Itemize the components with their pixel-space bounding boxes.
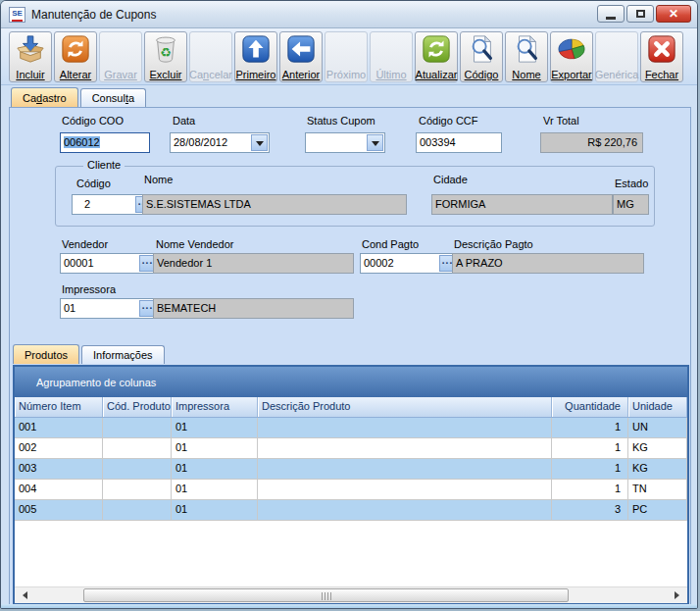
- nome-search-button[interactable]: Nome: [505, 31, 548, 82]
- status-cupom-label: Status Cupom: [307, 115, 375, 127]
- button-label: Exportar: [551, 69, 592, 80]
- cell: KG: [628, 438, 687, 458]
- descricao-pagto-label: Descrição Pagto: [454, 238, 533, 250]
- tab-informacoes[interactable]: Informações: [81, 345, 165, 364]
- svg-text:♻: ♻: [160, 45, 172, 60]
- proximo-button: Próximo: [325, 31, 368, 82]
- tab-produtos[interactable]: Produtos: [13, 344, 79, 364]
- tab-cadastro[interactable]: Cadastro: [11, 87, 78, 107]
- cell: [103, 418, 172, 437]
- table-row[interactable]: 004 01 1 TN: [15, 480, 687, 500]
- cliente-legend: Cliente: [83, 159, 125, 171]
- table-row[interactable]: 005 01 3 PC: [15, 500, 687, 521]
- descricao-pagto-field: A PRAZO: [452, 253, 644, 274]
- table-row[interactable]: 002 01 1 KG: [15, 438, 687, 459]
- column-header-quantidade[interactable]: Quantidade: [552, 397, 628, 417]
- triangle-right-icon: [675, 591, 683, 599]
- atualizar-button[interactable]: Atualizar: [415, 31, 458, 82]
- cidade-label: Cidade: [433, 174, 468, 185]
- chevron-down-icon: [372, 141, 379, 150]
- cond-pagto-input[interactable]: 00002 ...: [360, 253, 458, 274]
- main-tab-bar: CadastroConsulta: [11, 87, 148, 108]
- anterior-button[interactable]: Anterior: [279, 31, 323, 82]
- nome-vendedor-field: Vendedor 1: [153, 253, 354, 274]
- button-label: Incluir: [16, 69, 44, 80]
- column-header-impressora[interactable]: Impressora: [172, 397, 258, 417]
- close-x-icon: [647, 34, 676, 64]
- button-label: Anterior: [282, 69, 321, 80]
- column-header-descricao-produto[interactable]: Descrição Produto: [258, 397, 552, 417]
- cell: 01: [172, 438, 258, 458]
- chevron-down-icon: [256, 141, 264, 150]
- impressora-label: Impressora: [62, 283, 116, 295]
- fechar-button[interactable]: Fechar: [640, 31, 683, 82]
- estado-field: MG: [613, 194, 649, 215]
- vendedor-input[interactable]: 00001 ...: [60, 253, 158, 274]
- codigo-coo-input[interactable]: 006012: [60, 132, 150, 153]
- horizontal-scrollbar[interactable]: [15, 586, 687, 603]
- maximize-icon: [636, 10, 645, 18]
- alterar-button[interactable]: Alterar: [54, 31, 97, 82]
- scrollbar-thumb[interactable]: [83, 588, 569, 602]
- codigo-ccf-input[interactable]: 003394: [416, 132, 502, 153]
- cell: 1: [552, 480, 628, 499]
- scroll-left-button[interactable]: [15, 587, 31, 603]
- button-label: Alterar: [60, 69, 91, 80]
- cell: 1: [552, 459, 628, 479]
- pie-chart-icon: [557, 34, 586, 64]
- button-label: Atualizar: [416, 69, 458, 80]
- app-logo-icon: SE: [9, 7, 25, 23]
- ultimo-button: Último: [370, 31, 413, 82]
- data-combobox[interactable]: 28/08/2012: [170, 132, 270, 153]
- close-icon: ✕: [669, 8, 678, 20]
- codigo-coo-label: Código COO: [62, 115, 124, 127]
- triangle-left-icon: [19, 591, 27, 599]
- grid-header-row: Número Item Cód. Produto Impressora Desc…: [15, 397, 687, 418]
- column-header-unidade[interactable]: Unidade: [628, 397, 687, 417]
- button-label: Primeiro: [236, 69, 276, 80]
- button-label: Código: [465, 69, 499, 80]
- codigo-search-button[interactable]: Código: [460, 31, 503, 82]
- cell: 01: [172, 459, 258, 479]
- table-row[interactable]: 003 01 1 KG: [15, 459, 687, 480]
- close-button[interactable]: ✕: [656, 5, 691, 23]
- scroll-right-button[interactable]: [671, 587, 687, 603]
- impressora-input[interactable]: 01 ...: [60, 298, 158, 319]
- detail-tab-bar: ProdutosInformações: [13, 344, 167, 365]
- maximize-button[interactable]: [626, 5, 654, 23]
- cliente-nome-label: Nome: [144, 174, 173, 185]
- window-bottom-frame: [1, 604, 698, 608]
- insert-box-icon: [16, 34, 45, 64]
- cell: [258, 438, 552, 458]
- dropdown-button[interactable]: [251, 134, 268, 151]
- gravar-button: Gravar: [99, 31, 142, 82]
- cell: [103, 438, 172, 458]
- exportar-button[interactable]: Exportar: [550, 31, 593, 82]
- refresh-orange-icon: [61, 34, 90, 64]
- button-label: Próximo: [326, 69, 366, 80]
- dropdown-button[interactable]: [367, 134, 383, 151]
- cell: [258, 418, 552, 437]
- primeiro-button[interactable]: Primeiro: [234, 31, 277, 82]
- cell: PC: [628, 500, 687, 520]
- cell: UN: [628, 418, 687, 437]
- cell: 001: [15, 418, 103, 437]
- status-cupom-combobox[interactable]: [305, 132, 385, 153]
- column-header-numero-item[interactable]: Número Item: [15, 397, 103, 417]
- table-row[interactable]: 001 01 1 UN: [15, 418, 687, 438]
- cliente-nome-field: S.E.SISTEMAS LTDA: [142, 194, 407, 215]
- excluir-button[interactable]: ♻ Excluir: [144, 31, 187, 82]
- data-label: Data: [173, 115, 195, 127]
- cell: KG: [628, 459, 687, 479]
- tab-consulta[interactable]: Consulta: [80, 88, 146, 107]
- minimize-button[interactable]: [597, 5, 625, 23]
- arrow-left-icon: [286, 34, 316, 64]
- cond-pagto-label: Cond Pagto: [362, 238, 419, 250]
- title-bar: SE Manutenção de Cupons ✕: [1, 1, 698, 28]
- cell: [103, 459, 172, 479]
- button-label: Genérica: [595, 69, 639, 80]
- column-header-cod-produto[interactable]: Cód. Produto: [103, 397, 172, 417]
- button-label: Nome: [512, 69, 540, 80]
- incluir-button[interactable]: Incluir: [9, 31, 52, 82]
- group-by-band[interactable]: Agrupamento de colunas: [15, 367, 687, 397]
